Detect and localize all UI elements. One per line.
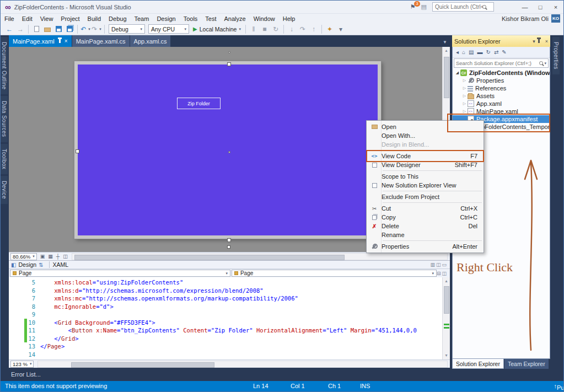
collapsed-expander-icon[interactable]: ▷ [461,109,468,114]
collapsed-expander-icon[interactable]: ▷ [461,101,468,106]
menu-view[interactable]: View [36,15,57,22]
code-line-11[interactable]: 11 <Button x:Name="btn_ZipContents" Cont… [9,326,442,335]
menu-help[interactable]: Help [279,15,299,22]
quick-launch-input[interactable] [435,4,482,10]
scroll-down-arrow[interactable]: ▾ [443,352,450,359]
menu-test[interactable]: Test [201,15,220,22]
step-over-button[interactable]: ↷ [298,24,308,34]
menu-team[interactable]: Team [131,15,153,22]
open-file[interactable] [42,24,52,34]
scrollbar-thumb[interactable] [74,255,345,260]
scrollbar-thumb[interactable] [444,286,449,314]
notifications-icon[interactable]: ▤ [421,3,427,10]
scrollbar-thumb[interactable] [444,57,449,98]
stop-button[interactable]: ■ [260,24,270,34]
design-view-label[interactable]: Design [18,261,36,268]
context-menu-item-open[interactable]: Open [367,122,483,131]
code-line-5[interactable]: 5 xmlns:local="using:ZipFolderContents" [9,278,442,287]
tree-item-zipfoldercontents-windows-8-1[interactable]: ◢C#ZipFolderContents (Windows 8.1) [453,69,550,77]
designed-zip-folder-button[interactable]: Zip Folder [177,98,221,109]
menu-project[interactable]: Project [57,15,83,22]
context-menu-item-properties[interactable]: PropertiesAlt+Enter [367,242,483,251]
navigate-forward[interactable]: → [15,24,25,34]
close-icon[interactable]: × [545,39,548,44]
tool-window-tab-solution-explorer[interactable]: Solution Explorer [452,359,504,369]
close-button[interactable]: × [548,1,563,13]
menu-edit[interactable]: Edit [18,15,36,22]
tool-tab-device[interactable]: Device [1,176,8,204]
context-menu-item-scope-to-this[interactable]: Scope to This [367,172,483,181]
scrollbar-thumb[interactable] [71,362,214,368]
code-line-8[interactable]: 8 mc:Ignorable="d"> [9,303,442,311]
show-all-files-icon[interactable]: ▤ [469,49,474,55]
menu-file[interactable]: File [1,15,18,22]
pin-icon[interactable] [538,39,540,43]
collapse-all-icon[interactable]: ▬ [477,49,483,55]
toolbar-options-button[interactable]: ▾ [336,24,346,34]
configuration-dropdown[interactable]: Debug▾ [109,24,145,34]
menu-tools[interactable]: Tools [180,15,202,22]
snap-to-grid-icon[interactable]: ┼ [56,254,60,259]
solution-explorer-search-input[interactable] [456,60,539,66]
feedback-icon[interactable]: ⚑ 3 [410,3,416,10]
solution-explorer-title-bar[interactable]: Solution Explorer ▾ × [452,35,550,47]
new-file[interactable] [31,24,41,34]
split-layout-icons[interactable]: ▥◫▭ [430,262,448,267]
menu-design[interactable]: Design [153,15,179,22]
undo[interactable]: ↶▾ [80,24,90,34]
editor-zoom-dropdown[interactable]: 123 % ▾ [10,361,34,368]
designer-zoom-dropdown[interactable]: 80.66% ▾ [10,253,37,260]
document-tab-app-xaml-cs[interactable]: App.xaml.cs [130,35,171,47]
step-into-button[interactable]: ↓ [287,24,297,34]
code-line-14[interactable]: 14 [9,351,442,359]
properties-icon[interactable]: ✎ [502,49,506,55]
collapsed-expander-icon[interactable]: ▷ [461,78,468,83]
tree-item-app-xaml[interactable]: ▷App.xaml [453,100,550,108]
design-page[interactable]: Zip Folder [74,61,381,239]
context-menu-item-rename[interactable]: Rename [367,230,483,239]
zoom-fit-icon[interactable]: ▣ [40,254,45,259]
navigate-backward[interactable]: ← [4,24,14,34]
quick-launch-box[interactable] [432,2,494,12]
document-tab-mainpage-xaml[interactable]: MainPage.xaml× [9,35,72,47]
menu-analyze[interactable]: Analyze [221,15,250,22]
code-line-6[interactable]: 6 xmlns:d="http://schemas.microsoft.com/… [9,287,442,295]
context-menu-item-exclude-from-project[interactable]: Exclude From Project [367,192,483,201]
sync-with-active-document-icon[interactable]: ⇄ [494,49,498,55]
tree-item-properties[interactable]: ▷Properties [453,77,550,84]
home-icon[interactable]: ⌂ [462,49,465,55]
tool-tab-document-outline[interactable]: Document Outline [1,37,8,94]
collapsed-expander-icon[interactable]: ▷ [461,86,468,90]
start-debug-button[interactable]: ▶Local Machine▾ [193,26,241,33]
extension-button[interactable]: ✦ [325,24,335,34]
resize-handle-bottom[interactable] [227,238,231,242]
tab-overflow-icon[interactable]: ▼ [443,40,450,47]
refresh-icon[interactable]: ↻ [486,49,491,55]
xaml-view-label[interactable]: XAML [53,261,69,268]
window-split-icons[interactable]: ⊟◫ [437,271,448,276]
resize-handle-top[interactable] [227,62,231,66]
publish-button[interactable]: ↑ Publish [554,383,557,389]
scroll-up-arrow[interactable]: ▴ [443,47,450,55]
tree-item-assets[interactable]: ▷Assets [453,92,550,100]
restart-button[interactable]: ↻ [271,24,281,34]
close-icon[interactable]: × [65,38,68,44]
minimize-button[interactable]: — [517,1,533,13]
save-all[interactable] [65,24,74,34]
menu-debug[interactable]: Debug [105,15,130,22]
document-tab-mainpage-xaml-cs[interactable]: MainPage.xaml.cs [72,35,130,47]
tree-item-mainpage-xaml[interactable]: ▷MainPage.xaml [453,108,550,115]
expanded-expander-icon[interactable]: ◢ [454,71,460,75]
menu-build[interactable]: Build [84,15,105,22]
redo[interactable]: ↷▾ [92,24,101,34]
step-out-button[interactable]: ↑ [309,24,319,34]
resize-handle-left[interactable] [76,149,79,153]
editor-vertical-scrollbar[interactable]: ▴ ▾ [442,277,450,359]
artboard-resize-grip[interactable] [227,245,230,249]
code-line-7[interactable]: 7 xmlns:mc="http://schemas.openxmlformat… [9,294,442,303]
breadcrumb-right-dropdown[interactable]: Page ▾ [232,270,437,277]
context-menu-item-copy[interactable]: CopyCtrl+C [367,213,483,222]
save[interactable] [53,24,63,34]
swap-panes-icon[interactable]: ⇅ [39,262,43,268]
tool-tab-properties[interactable]: Properties [552,37,560,74]
